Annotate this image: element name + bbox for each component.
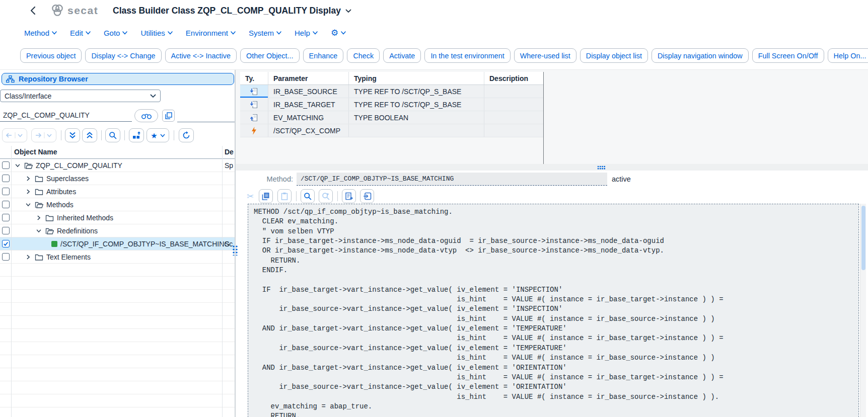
search-button[interactable] bbox=[105, 128, 120, 142]
tree-row-method-is-base-matching[interactable]: /SCT/QP_IF_COMP_OBJTYP~IS_BASE_MATCHING … bbox=[0, 237, 235, 251]
exception-row[interactable]: /SCT/QP_CX_COMP bbox=[240, 124, 543, 137]
active-inactive-button[interactable]: Active <-> Inactive bbox=[165, 48, 237, 63]
chevron-down-icon[interactable] bbox=[14, 162, 21, 169]
row-checkbox[interactable] bbox=[2, 201, 10, 208]
editor-toolbar: ✂ bbox=[236, 189, 868, 204]
navigate-back-button[interactable] bbox=[2, 128, 27, 142]
where-used-list-button[interactable]: Where-used list bbox=[514, 48, 576, 63]
method-name-input[interactable] bbox=[297, 173, 607, 186]
scrollbar-thumb[interactable] bbox=[861, 206, 865, 270]
menu-method[interactable]: Method bbox=[24, 29, 57, 37]
chevron-right-icon[interactable] bbox=[25, 175, 32, 182]
splitter-drag-handle-icon[interactable] bbox=[597, 165, 606, 170]
type-cell[interactable] bbox=[240, 124, 268, 137]
display-object-list-button[interactable]: Display object list bbox=[580, 48, 648, 63]
enhance-button[interactable]: Enhance bbox=[303, 48, 344, 63]
repository-browser-header[interactable]: Repository Browser bbox=[2, 73, 234, 85]
row-checkbox[interactable] bbox=[2, 175, 10, 182]
sap-class-builder-window: secat Class Builder Class ZQP_CL_COMP_QU… bbox=[0, 0, 868, 417]
row-checkbox[interactable] bbox=[2, 214, 10, 221]
chevron-down-icon bbox=[276, 31, 281, 35]
full-screen-button[interactable]: Full Screen On/Off bbox=[752, 48, 824, 63]
type-cell[interactable] bbox=[240, 111, 268, 124]
menu-utilities[interactable]: Utilities bbox=[140, 29, 172, 37]
hierarchy-up-button[interactable] bbox=[129, 128, 144, 142]
tree-row-redefinitions[interactable]: Redefinitions bbox=[0, 224, 235, 237]
menu-system[interactable]: System bbox=[249, 29, 281, 37]
parameter-row[interactable]: IR_BASE_SOURCE TYPE REF TO /SCT/QP_S_BAS… bbox=[240, 85, 543, 98]
parameters-table: Ty. Parameter Typing Description bbox=[240, 72, 543, 137]
row-checkbox[interactable] bbox=[2, 253, 10, 261]
menu-goto[interactable]: Goto bbox=[104, 29, 128, 37]
display-navigation-window-button[interactable]: Display navigation window bbox=[652, 48, 749, 63]
copy-button[interactable] bbox=[259, 189, 273, 203]
row-checkbox[interactable] bbox=[2, 227, 10, 234]
browser-type-select[interactable]: Class/Interface bbox=[0, 90, 161, 102]
test-environment-button[interactable]: In the test environment bbox=[424, 48, 510, 63]
search-icon bbox=[109, 131, 117, 139]
activate-button[interactable]: Activate bbox=[383, 48, 421, 63]
goto-section-button[interactable] bbox=[360, 189, 374, 203]
tree-row-text-elements[interactable]: Text Elements bbox=[0, 251, 235, 264]
check-button[interactable]: Check bbox=[347, 48, 380, 63]
abap-code-editor[interactable]: METHOD /sct/qp_if_comp_objtyp~is_base_ma… bbox=[248, 204, 859, 417]
find-object-button[interactable] bbox=[134, 109, 158, 122]
chevron-right-icon[interactable] bbox=[35, 214, 42, 221]
column-header-description[interactable]: Description bbox=[484, 72, 543, 85]
tree-row-class[interactable]: ZQP_CL_COMP_QUALITY Sp bbox=[0, 159, 235, 172]
parameters-table-header: Ty. Parameter Typing Description bbox=[240, 72, 543, 85]
parameter-description bbox=[484, 111, 543, 124]
navigate-forward-button[interactable] bbox=[31, 128, 56, 142]
find-next-button[interactable] bbox=[319, 189, 333, 203]
column-header-parameter[interactable]: Parameter bbox=[268, 72, 349, 85]
help-on-button[interactable]: Help On... bbox=[828, 48, 868, 63]
find-button[interactable] bbox=[301, 189, 315, 203]
copy-name-button[interactable] bbox=[162, 110, 175, 122]
favorites-button[interactable]: ★ bbox=[147, 128, 169, 142]
expand-all-button[interactable] bbox=[65, 128, 80, 142]
object-name-input[interactable] bbox=[0, 109, 132, 122]
page-title[interactable]: Class Builder Class ZQP_CL_COMP_QUALITY … bbox=[113, 6, 351, 16]
splitter-drag-handle-icon[interactable] bbox=[232, 244, 238, 256]
back-button[interactable] bbox=[26, 4, 39, 17]
tree-row-label: Redefinitions bbox=[57, 227, 98, 235]
menu-help[interactable]: Help bbox=[295, 29, 318, 37]
description-column-divider bbox=[222, 146, 223, 417]
editor-scrollbar[interactable] bbox=[860, 204, 866, 417]
type-cell[interactable] bbox=[240, 85, 268, 98]
compare-button[interactable] bbox=[342, 189, 356, 203]
object-tree: ZQP_CL_COMP_QUALITY Sp Superclasses bbox=[0, 159, 235, 417]
row-checkbox-checked[interactable] bbox=[2, 240, 10, 247]
code-line: METHOD /sct/qp_if_comp_objtyp~is_base_ma… bbox=[254, 207, 858, 217]
collapse-all-button[interactable] bbox=[82, 128, 97, 142]
column-header-ty[interactable]: Ty. bbox=[240, 72, 268, 85]
column-header-object-name[interactable]: Object Name bbox=[14, 148, 57, 156]
menu-edit[interactable]: Edit bbox=[70, 29, 91, 37]
refresh-button[interactable] bbox=[179, 128, 194, 142]
chevron-right-icon[interactable] bbox=[25, 254, 32, 261]
settings-gear-menu[interactable]: ⚙ bbox=[331, 28, 346, 38]
cut-button[interactable]: ✂ bbox=[243, 189, 257, 203]
tree-row-superclasses[interactable]: Superclasses bbox=[0, 172, 235, 185]
tree-row-inherited-methods[interactable]: Inherited Methods bbox=[0, 211, 235, 224]
column-header-typing[interactable]: Typing bbox=[349, 72, 484, 85]
arrow-right-dropdown-icon bbox=[35, 132, 53, 139]
parameter-row[interactable]: IR_BASE_TARGET TYPE REF TO /SCT/QP_S_BAS… bbox=[240, 98, 543, 111]
previous-object-button[interactable]: Previous object bbox=[20, 48, 82, 63]
chevron-right-icon[interactable] bbox=[25, 188, 32, 195]
paste-button[interactable] bbox=[277, 189, 292, 203]
tree-row-label: Text Elements bbox=[46, 253, 91, 261]
type-cell[interactable] bbox=[240, 98, 268, 111]
horizontal-splitter[interactable] bbox=[236, 164, 868, 171]
column-header-description[interactable]: De bbox=[225, 148, 234, 156]
display-change-button[interactable]: Display <-> Change bbox=[85, 48, 161, 63]
row-checkbox[interactable] bbox=[2, 188, 10, 195]
chevron-down-icon[interactable] bbox=[35, 227, 42, 234]
row-checkbox[interactable] bbox=[2, 161, 10, 169]
parameter-row[interactable]: EV_MATCHING TYPE BOOLEAN bbox=[240, 111, 543, 124]
tree-row-attributes[interactable]: Attributes bbox=[0, 185, 235, 198]
menu-environment[interactable]: Environment bbox=[186, 29, 236, 37]
chevron-down-icon[interactable] bbox=[25, 201, 32, 208]
other-object-button[interactable]: Other Object... bbox=[240, 48, 300, 63]
tree-row-methods[interactable]: Methods bbox=[0, 198, 235, 211]
